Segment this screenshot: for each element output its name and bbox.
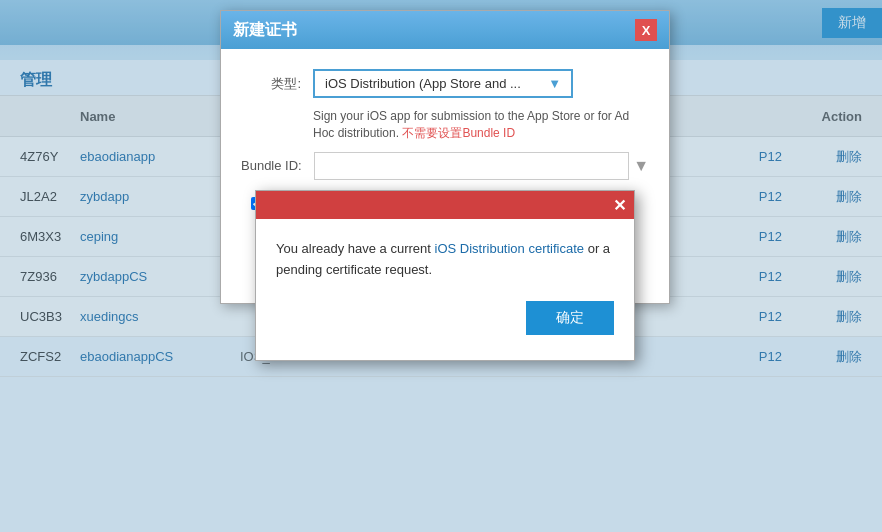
chevron-down-icon: ▼ [548,76,561,91]
hint-highlight: 不需要设置Bundle ID [402,126,515,140]
bundle-dropdown-icon: ▼ [633,157,649,175]
alert-titlebar: ✕ [256,191,634,219]
type-row: 类型: iOS Distribution (App Store and ... … [241,69,649,98]
bundle-row: Bundle ID: ▼ [241,152,649,180]
type-label: 类型: [241,75,301,93]
alert-close-button[interactable]: ✕ [613,196,626,215]
alert-dialog: ✕ You already have a current iOS Distrib… [255,190,635,361]
alert-message-part1: You already have a current [276,241,435,256]
new-cert-close-button[interactable]: X [635,19,657,41]
alert-btn-row: 确定 [276,301,614,345]
new-cert-titlebar: 新建证书 X [221,11,669,49]
alert-text: You already have a current iOS Distribut… [276,239,614,281]
type-select-dropdown[interactable]: iOS Distribution (App Store and ... ▼ [313,69,573,98]
alert-message-link: iOS Distribution certificate [435,241,585,256]
type-select-value: iOS Distribution (App Store and ... [325,76,521,91]
alert-body: You already have a current iOS Distribut… [256,219,634,360]
bundle-label: Bundle ID: [241,158,302,173]
bundle-input[interactable] [314,152,629,180]
new-cert-title: 新建证书 [233,20,297,41]
form-hint: Sign your iOS app for submission to the … [313,108,649,142]
confirm-button[interactable]: 确定 [526,301,614,335]
